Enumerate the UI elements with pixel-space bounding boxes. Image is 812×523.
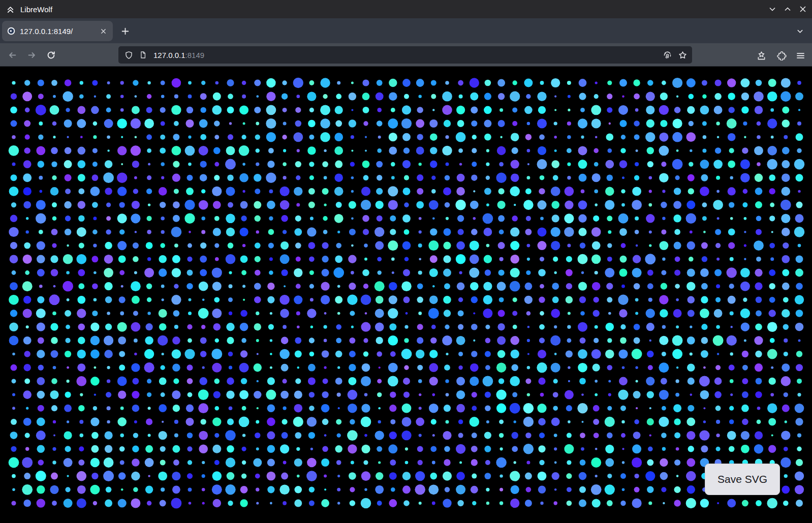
reload-button[interactable] (45, 49, 57, 61)
url-bar[interactable]: 127.0.0.1:8149 (118, 46, 692, 64)
minimize-icon[interactable] (768, 5, 776, 14)
forward-button[interactable] (25, 49, 38, 61)
list-all-tabs-chevron-down-icon[interactable] (794, 25, 806, 37)
fingerprint-protection-icon[interactable] (663, 50, 672, 60)
window-title: LibreWolf (20, 5, 52, 14)
menu-hamburger-icon[interactable] (794, 49, 806, 61)
save-svg-button[interactable]: Save SVG (705, 464, 780, 495)
close-icon[interactable] (798, 5, 807, 14)
back-button[interactable] (6, 49, 18, 61)
tab-favicon-icon (7, 27, 15, 35)
tab-active[interactable]: 127.0.0.1:8149/ (2, 21, 113, 41)
tab-bar: 127.0.0.1:8149/ (0, 18, 812, 43)
tab-title: 127.0.0.1:8149/ (20, 27, 98, 36)
window-titlebar: LibreWolf (0, 0, 812, 18)
url-text: 127.0.0.1:8149 (153, 51, 204, 59)
tab-close-icon[interactable] (98, 25, 109, 37)
navigation-toolbar: 127.0.0.1:8149 (0, 43, 812, 67)
double-chevron-up-icon (6, 5, 15, 14)
dot-pattern-canvas (0, 67, 812, 523)
page-info-icon[interactable] (139, 51, 147, 59)
url-host: 127.0.0.1 (153, 51, 185, 59)
url-port: :8149 (185, 51, 205, 59)
bookmarks-tray-icon[interactable] (755, 49, 767, 61)
tracking-shield-icon[interactable] (124, 51, 133, 59)
window-controls (768, 0, 807, 18)
bookmark-star-icon[interactable] (678, 51, 687, 59)
maximize-icon[interactable] (783, 5, 792, 14)
page-viewport: Save SVG (0, 67, 812, 523)
extensions-puzzle-icon[interactable] (775, 49, 788, 61)
new-tab-button[interactable] (117, 25, 133, 37)
